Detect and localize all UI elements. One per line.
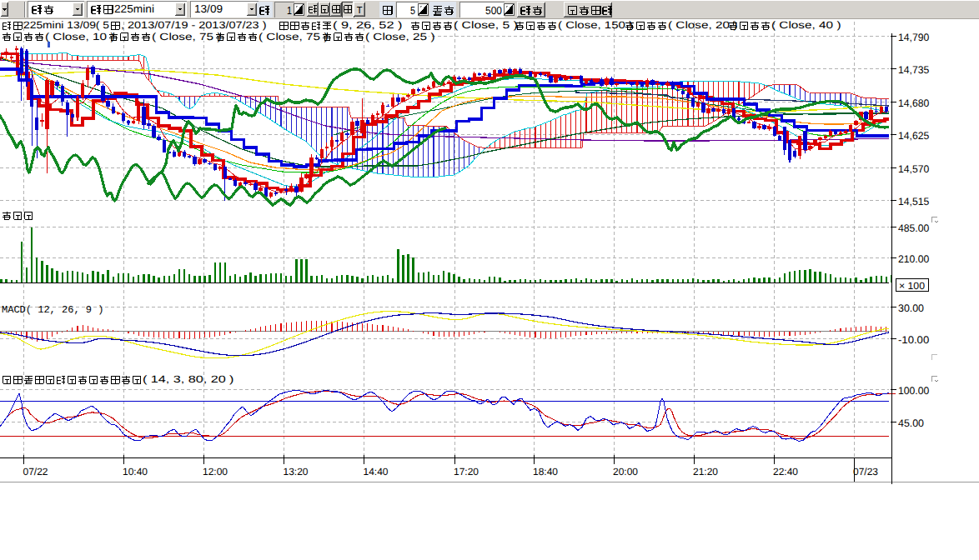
- svg-text:-10.00: -10.00: [898, 334, 929, 346]
- svg-text:30.00: 30.00: [898, 302, 924, 314]
- svg-text:225mini: 225mini: [114, 2, 154, 15]
- svg-text:T: T: [357, 5, 363, 17]
- svg-text:14,625: 14,625: [898, 130, 929, 142]
- svg-text:( 9, 26, 52 ): ( 9, 26, 52 ): [333, 19, 403, 31]
- svg-text:× 100: × 100: [899, 280, 925, 292]
- svg-text:13/09: 13/09: [194, 2, 223, 15]
- svg-text:07/23: 07/23: [853, 466, 878, 478]
- svg-text:10:40: 10:40: [123, 466, 148, 478]
- svg-text:13:20: 13:20: [284, 466, 309, 478]
- svg-text:17:20: 17:20: [454, 466, 479, 478]
- svg-text:500: 500: [485, 4, 502, 17]
- svg-text:20:00: 20:00: [613, 466, 638, 478]
- svg-text:( Close, 40 ): ( Close, 40 ): [771, 19, 841, 31]
- svg-text:( Close, 5 ): ( Close, 5 ): [454, 19, 518, 31]
- svg-text:100.00: 100.00: [898, 385, 929, 397]
- svg-text:14:40: 14:40: [364, 466, 389, 478]
- svg-text:( Close, 75 ): ( Close, 75 ): [259, 31, 329, 42]
- svg-text:1: 1: [287, 4, 292, 17]
- svg-text:210.00: 210.00: [898, 253, 929, 265]
- svg-text:( Close, 25 ): ( Close, 25 ): [365, 31, 435, 42]
- svg-text:14,790: 14,790: [898, 32, 929, 43]
- svg-text:( Close, 10 ): ( Close, 10 ): [45, 31, 115, 42]
- svg-text:5: 5: [410, 4, 415, 17]
- svg-text:18:40: 18:40: [533, 466, 558, 478]
- svg-text:485.00: 485.00: [898, 222, 929, 234]
- svg-text:21:20: 21:20: [693, 466, 718, 478]
- svg-text:45.00: 45.00: [898, 418, 924, 429]
- svg-text:14,570: 14,570: [898, 163, 929, 175]
- svg-text:07/22: 07/22: [23, 466, 48, 478]
- svg-text:14,680: 14,680: [898, 98, 929, 109]
- svg-text:22:40: 22:40: [773, 466, 798, 478]
- svg-text:14,735: 14,735: [898, 64, 929, 76]
- svg-text:225mini 13/09( 5: 225mini 13/09( 5: [23, 19, 109, 31]
- svg-text:, 2013/07/19 - 2013/07/23 ): , 2013/07/19 - 2013/07/23 ): [121, 19, 267, 31]
- svg-text:( Close, 150 ): ( Close, 150 ): [558, 19, 633, 31]
- svg-text:( 14, 3, 80, 20 ): ( 14, 3, 80, 20 ): [143, 373, 234, 385]
- svg-text:14,515: 14,515: [898, 196, 929, 208]
- svg-text:MACD( 12, 26, 9 ): MACD( 12, 26, 9 ): [2, 304, 103, 316]
- svg-text:12:00: 12:00: [203, 466, 228, 478]
- svg-text:( Close, 20 ): ( Close, 20 ): [668, 19, 738, 31]
- svg-text:( Close, 75 ): ( Close, 75 ): [152, 31, 222, 42]
